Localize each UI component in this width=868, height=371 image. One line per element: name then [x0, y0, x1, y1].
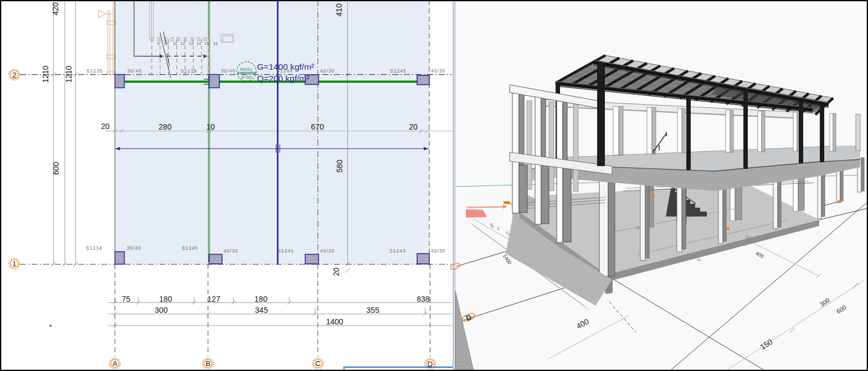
svg-text:B: B	[206, 359, 210, 368]
svg-text:S1243: S1243	[389, 248, 406, 254]
svg-text:410: 410	[335, 3, 343, 17]
svg-text:180: 180	[254, 295, 268, 303]
svg-text:9: 9	[157, 42, 160, 45]
svg-text:1400: 1400	[326, 317, 343, 326]
svg-text:1210: 1210	[64, 65, 73, 83]
svg-text:12: 12	[181, 42, 185, 45]
svg-text:345: 345	[255, 306, 268, 315]
svg-text:S1244: S1244	[276, 68, 293, 74]
svg-text:S1240: S1240	[182, 245, 198, 251]
svg-text:670: 670	[311, 122, 324, 131]
svg-text:20: 20	[101, 122, 110, 131]
svg-text:75: 75	[122, 295, 131, 303]
svg-text:30/40: 30/40	[127, 245, 141, 251]
svg-text:10: 10	[206, 122, 215, 131]
svg-text:580: 580	[335, 159, 344, 173]
svg-text:30/40: 30/40	[127, 68, 142, 74]
svg-text:40/30: 40/30	[224, 248, 238, 254]
svg-text:1: 1	[12, 260, 16, 268]
svg-text:13: 13	[189, 42, 193, 45]
svg-text:S1234: S1234	[86, 245, 102, 251]
svg-text:2: 2	[12, 71, 16, 79]
svg-text:Q=200 kgf/m²: Q=200 kgf/m²	[257, 74, 309, 83]
svg-text:40/30: 40/30	[431, 68, 445, 74]
svg-text:180: 180	[159, 295, 172, 303]
svg-text:40/30: 40/30	[431, 248, 445, 254]
svg-text:RD01: RD01	[240, 67, 253, 72]
svg-text:11: 11	[173, 42, 177, 45]
svg-text:420: 420	[51, 2, 60, 16]
svg-text:d=50: d=50	[241, 75, 252, 80]
svg-text:838: 838	[417, 295, 430, 303]
svg-text:14: 14	[197, 42, 201, 45]
svg-text:S1245: S1245	[390, 68, 407, 74]
svg-text:15: 15	[204, 42, 209, 45]
svg-text:30/40: 30/40	[221, 68, 235, 74]
svg-text:40/30: 40/30	[320, 248, 335, 254]
svg-text:S1235: S1235	[86, 68, 103, 74]
svg-text:40/30: 40/30	[320, 68, 335, 74]
svg-text:1210: 1210	[41, 65, 50, 83]
svg-text:A: A	[112, 359, 117, 368]
svg-text:C: C	[315, 359, 320, 368]
svg-text:127: 127	[207, 295, 220, 303]
svg-text:16: 16	[213, 42, 218, 45]
svg-text:20: 20	[332, 267, 341, 276]
svg-text:20: 20	[409, 122, 418, 131]
svg-text:S1239: S1239	[181, 68, 197, 74]
svg-text:600: 600	[52, 162, 60, 175]
svg-text:S1241: S1241	[278, 248, 294, 254]
svg-text:355: 355	[366, 306, 379, 315]
svg-text:300: 300	[155, 306, 168, 315]
svg-text:280: 280	[158, 122, 172, 131]
